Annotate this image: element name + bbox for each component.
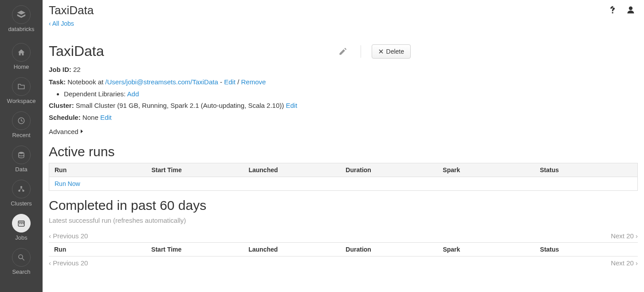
table-row: Run Now: [49, 177, 638, 191]
task-edit-link[interactable]: Edit: [224, 78, 236, 86]
svg-point-1: [19, 152, 24, 154]
dep-lib-add-link[interactable]: Add: [127, 90, 139, 98]
svg-point-4: [22, 190, 24, 192]
brand-label: databricks: [8, 26, 34, 32]
sidebar-item-clusters[interactable]: Clusters: [11, 180, 32, 207]
col-duration: Duration: [340, 243, 437, 256]
pager-top: ‹ Previous 20 Next 20 ›: [49, 232, 638, 240]
col-launched: Launched: [243, 243, 340, 256]
search-icon: [12, 248, 31, 267]
sidebar-item-label: Data: [15, 166, 27, 173]
completed-runs-table: Run Start Time Launched Duration Spark S…: [49, 242, 638, 256]
col-launched: Launched: [243, 163, 340, 177]
sidebar-item-label: Search: [12, 268, 30, 275]
schedule-label: Schedule:: [49, 114, 81, 121]
sidebar-item-label: Jobs: [15, 234, 27, 241]
task-prefix: Notebook at: [67, 78, 105, 86]
user-icon[interactable]: [626, 5, 635, 16]
active-runs-heading: Active runs: [49, 144, 638, 159]
task-slash: /: [236, 78, 241, 86]
folder-icon: [12, 77, 31, 96]
col-start: Start Time: [146, 243, 243, 256]
cluster-label: Cluster:: [49, 102, 74, 109]
svg-rect-7: [21, 223, 22, 224]
sidebar-item-label: Home: [14, 63, 29, 70]
completed-subtext: Latest successful run (refreshes automat…: [49, 217, 638, 224]
sidebar-brand[interactable]: databricks: [8, 5, 34, 32]
job-id-label: Job ID:: [49, 66, 71, 73]
schedule-value: None: [82, 114, 98, 121]
topbar: TaxiData: [49, 4, 638, 17]
col-spark: Spark: [437, 163, 534, 177]
all-jobs-link[interactable]: ‹ All Jobs: [49, 20, 74, 27]
prev-page-bottom[interactable]: ‹ Previous 20: [49, 259, 88, 267]
svg-point-3: [18, 190, 20, 192]
delete-button[interactable]: Delete: [372, 44, 411, 59]
cluster-value: Small Cluster (91 GB, Running, Spark 2.1…: [76, 102, 284, 109]
task-remove-link[interactable]: Remove: [241, 78, 266, 86]
sidebar-item-search[interactable]: Search: [12, 248, 31, 275]
advanced-label: Advanced: [49, 126, 79, 138]
main-content: TaxiData ‹ All Jobs TaxiData Delete: [43, 0, 644, 292]
run-now-link[interactable]: Run Now: [55, 180, 80, 187]
job-header: TaxiData Delete: [49, 43, 638, 59]
svg-point-9: [19, 255, 23, 259]
sidebar-item-label: Workspace: [7, 98, 36, 104]
dep-lib-label: Dependent Libraries:: [64, 90, 127, 98]
svg-rect-8: [23, 223, 24, 224]
sidebar-item-recent[interactable]: Recent: [12, 111, 31, 138]
task-path-link[interactable]: /Users/jobi@streamsets.com/TaxiData: [105, 78, 218, 86]
active-runs-table: Run Start Time Launched Duration Spark S…: [49, 163, 638, 191]
task-label: Task:: [49, 78, 66, 86]
svg-point-10: [629, 7, 632, 10]
breadcrumb-title: TaxiData: [49, 4, 94, 17]
task-sep: -: [218, 78, 224, 86]
help-icon[interactable]: [609, 5, 617, 16]
col-duration: Duration: [340, 163, 437, 177]
pager-bottom: ‹ Previous 20 Next 20 ›: [49, 259, 638, 267]
sidebar-item-jobs[interactable]: Jobs: [12, 214, 31, 241]
sidebar-item-workspace[interactable]: Workspace: [7, 77, 36, 104]
next-page-bottom[interactable]: Next 20 ›: [611, 259, 638, 267]
divider: [361, 45, 361, 58]
close-icon: [378, 49, 384, 54]
col-start: Start Time: [146, 163, 243, 177]
advanced-toggle[interactable]: Advanced: [49, 126, 83, 138]
database-icon: [12, 146, 31, 164]
delete-button-label: Delete: [386, 48, 404, 55]
edit-job-name-button[interactable]: [336, 44, 350, 59]
schedule-edit-link[interactable]: Edit: [100, 114, 112, 121]
svg-rect-6: [20, 223, 20, 224]
next-page-top[interactable]: Next 20 ›: [611, 232, 638, 240]
col-status: Status: [535, 243, 638, 256]
cluster-edit-link[interactable]: Edit: [286, 102, 297, 109]
chevron-right-icon: [80, 129, 83, 134]
databricks-logo-icon: [12, 5, 31, 24]
sidebar-item-label: Recent: [12, 132, 30, 138]
calendar-icon: [12, 214, 31, 233]
completed-runs-heading: Completed in past 60 days: [49, 198, 638, 213]
sidebar-item-home[interactable]: Home: [12, 43, 31, 70]
col-run: Run: [49, 163, 146, 177]
home-icon: [12, 43, 31, 62]
prev-page-top[interactable]: ‹ Previous 20: [49, 232, 88, 240]
clock-icon: [12, 111, 31, 130]
job-title: TaxiData: [49, 43, 104, 59]
job-meta: Job ID: 22 Task: Notebook at /Users/jobi…: [49, 64, 638, 137]
sidebar-item-data[interactable]: Data: [12, 146, 31, 173]
col-run: Run: [49, 243, 146, 256]
sidebar-item-label: Clusters: [11, 200, 32, 207]
clusters-icon: [12, 180, 31, 198]
job-id-value: 22: [73, 66, 81, 73]
sidebar: databricks Home Workspace Recent Data: [0, 0, 43, 292]
pencil-icon: [338, 47, 347, 56]
col-spark: Spark: [437, 243, 534, 256]
svg-point-2: [20, 186, 23, 188]
col-status: Status: [534, 163, 637, 177]
